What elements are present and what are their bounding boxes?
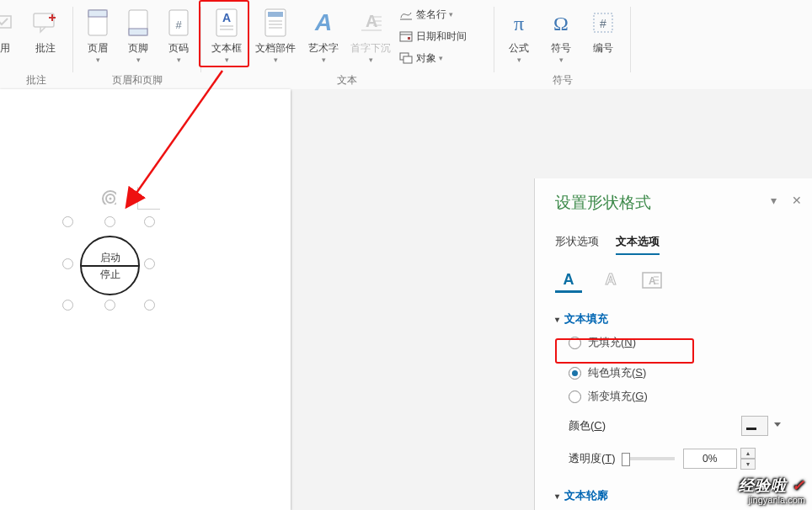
radio-gradient-fill[interactable]: 渐变填充(G) bbox=[555, 389, 797, 404]
pane-tabs: 形状选项 文本选项 bbox=[555, 234, 797, 255]
svg-text:A: A bbox=[314, 9, 332, 35]
group-symbols: π 公式 ▾ Ω 符号 ▾ # 编号 符号 bbox=[497, 0, 628, 89]
margin-mark bbox=[137, 187, 160, 210]
pane-icon-row: A A A bbox=[555, 268, 797, 293]
svg-rect-26 bbox=[400, 32, 412, 41]
handle[interactable] bbox=[62, 216, 73, 227]
section-text-fill-header[interactable]: 文本填充 bbox=[555, 311, 797, 327]
pane-close-button[interactable]: ✕ bbox=[792, 194, 802, 207]
format-shape-pane: 设置形状格式 ▾ ✕ 形状选项 文本选项 A A A 文本填充 bbox=[534, 178, 812, 510]
handle[interactable] bbox=[104, 216, 115, 227]
svg-rect-15 bbox=[268, 12, 283, 17]
dropcap-icon: A bbox=[345, 3, 396, 42]
equation-label: 公式 bbox=[499, 42, 539, 54]
docparts-label: 文档部件 bbox=[251, 42, 300, 54]
handle[interactable] bbox=[144, 216, 155, 227]
chevron-down-icon: ▾ bbox=[449, 10, 453, 19]
handle[interactable] bbox=[104, 300, 115, 311]
svg-rect-30 bbox=[403, 56, 412, 63]
section-text-fill: 文本填充 无填充(N) 纯色填充(S) 渐变填充(G) 颜色(C) bbox=[555, 311, 797, 470]
svg-rect-0 bbox=[0, 16, 11, 28]
chevron-down-icon: ▾ bbox=[541, 56, 581, 64]
chevron-down-icon: ▾ bbox=[118, 56, 158, 64]
docparts-button[interactable]: 文档部件 ▾ bbox=[251, 3, 300, 71]
svg-text:Ω: Ω bbox=[553, 13, 569, 35]
pagenum-button[interactable]: # 页码 ▾ bbox=[158, 3, 199, 71]
handle[interactable] bbox=[62, 258, 73, 269]
handle[interactable] bbox=[62, 300, 73, 311]
object-button[interactable]: 对象 ▾ bbox=[398, 47, 470, 69]
transparency-row: 透明度(T) 0% ▴▾ bbox=[555, 448, 797, 470]
chevron-down-icon: ▾ bbox=[302, 56, 345, 64]
svg-text:A: A bbox=[564, 271, 574, 288]
svg-rect-28 bbox=[408, 37, 410, 40]
accept-label: 用 bbox=[0, 42, 19, 54]
footer-button[interactable]: 页脚 ▾ bbox=[118, 3, 158, 71]
chevron-down-icon: ▾ bbox=[204, 56, 249, 64]
wordart-icon: A bbox=[302, 3, 345, 42]
pagenum-icon: # bbox=[158, 3, 199, 42]
chevron-down-icon: ▾ bbox=[439, 54, 443, 62]
tab-text-options[interactable]: 文本选项 bbox=[616, 234, 660, 255]
sigline-label: 签名行 bbox=[416, 8, 446, 22]
svg-rect-7 bbox=[129, 29, 147, 35]
equation-button[interactable]: π 公式 ▾ bbox=[499, 3, 539, 71]
dropcap-button[interactable]: A 首字下沉 ▾ bbox=[345, 3, 396, 71]
equation-icon: π bbox=[499, 3, 539, 42]
object-icon bbox=[399, 51, 413, 65]
sigline-button[interactable]: 签名行 ▾ bbox=[398, 3, 470, 25]
group-text-label: 文本 bbox=[204, 73, 490, 88]
number-button[interactable]: # 编号 bbox=[583, 3, 623, 71]
comment-button[interactable]: 批注 bbox=[24, 3, 67, 71]
pane-controls: ▾ ✕ bbox=[759, 194, 802, 207]
number-icon: # bbox=[583, 3, 623, 42]
radio-icon bbox=[569, 367, 581, 380]
slider-thumb[interactable] bbox=[622, 453, 630, 466]
header-icon bbox=[77, 3, 118, 42]
transparency-value[interactable]: 0% bbox=[683, 449, 737, 469]
header-button[interactable]: 页眉 ▾ bbox=[77, 3, 118, 71]
pagenum-label: 页码 bbox=[158, 42, 199, 54]
handle[interactable] bbox=[144, 258, 155, 269]
datetime-button[interactable]: 日期和时间 bbox=[398, 25, 470, 47]
radio-no-fill[interactable]: 无填充(N) bbox=[555, 335, 797, 350]
datetime-icon bbox=[399, 29, 413, 43]
wordart-button[interactable]: A 艺术字 ▾ bbox=[302, 3, 345, 71]
chevron-down-icon: ▾ bbox=[158, 56, 199, 64]
radio-solid-fill[interactable]: 纯色填充(S) bbox=[555, 365, 797, 380]
group-header-footer: 页眉 ▾ 页脚 ▾ # 页码 ▾ 页眉和页脚 bbox=[76, 0, 199, 89]
text-effects-icon[interactable]: A bbox=[597, 268, 624, 290]
sigline-icon bbox=[399, 8, 413, 21]
footer-icon bbox=[118, 3, 158, 42]
chevron-down-icon: ▾ bbox=[499, 56, 539, 64]
swirl-icon bbox=[99, 188, 116, 205]
transparency-spinner[interactable]: ▴▾ bbox=[740, 448, 754, 470]
handle[interactable] bbox=[144, 300, 155, 311]
symbol-button[interactable]: Ω 符号 ▾ bbox=[541, 3, 581, 71]
group-hf-label: 页眉和页脚 bbox=[76, 73, 199, 88]
accept-button[interactable]: 用 bbox=[0, 3, 19, 71]
accept-icon bbox=[0, 3, 19, 42]
dropcap-label: 首字下沉 bbox=[345, 42, 396, 54]
tab-shape-options[interactable]: 形状选项 bbox=[555, 234, 599, 249]
group-comments-label: 批注 bbox=[0, 73, 72, 88]
svg-rect-1 bbox=[34, 13, 54, 27]
group-text: A 文本框 ▾ 文档部件 ▾ A 艺术字 ▾ A 首字下沉 ▾ bbox=[204, 0, 490, 89]
text-small-stack: 签名行 ▾ 日期和时间 对象 ▾ bbox=[398, 3, 470, 69]
header-label: 页眉 bbox=[77, 42, 118, 54]
text-fill-outline-icon[interactable]: A bbox=[555, 268, 582, 293]
transparency-slider[interactable] bbox=[624, 457, 675, 460]
textbox-icon: A bbox=[204, 3, 249, 42]
document-page[interactable]: 启动 停止 bbox=[0, 89, 291, 510]
radio-icon bbox=[569, 390, 581, 403]
color-picker[interactable] bbox=[741, 416, 768, 436]
textbox-options-icon[interactable]: A bbox=[638, 269, 665, 291]
datetime-label: 日期和时间 bbox=[416, 29, 467, 44]
section-text-outline-header[interactable]: 文本轮廓 bbox=[555, 488, 797, 503]
selection-box bbox=[67, 221, 150, 305]
textbox-button[interactable]: A 文本框 ▾ bbox=[204, 3, 249, 71]
pane-options-button[interactable]: ▾ bbox=[771, 194, 777, 207]
svg-text:A: A bbox=[222, 11, 231, 24]
svg-text:π: π bbox=[514, 13, 524, 35]
docparts-icon bbox=[251, 3, 300, 42]
